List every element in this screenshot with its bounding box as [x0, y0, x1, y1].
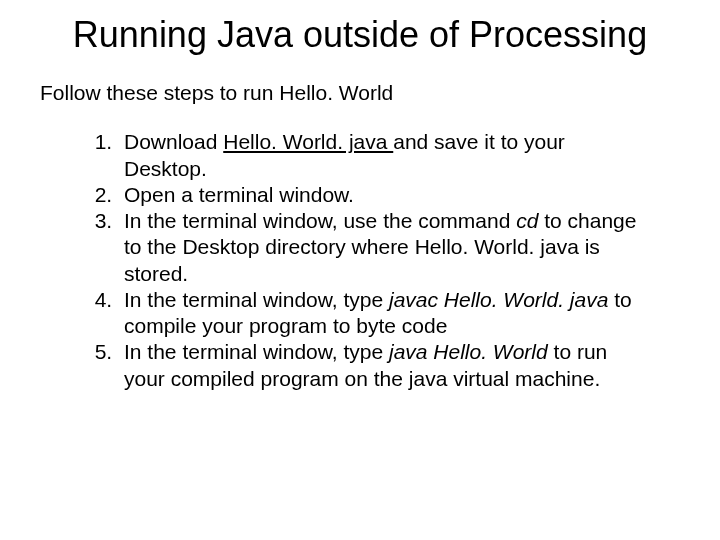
step-4: In the terminal window, type javac Hello… [118, 287, 650, 340]
step-3: In the terminal window, use the command … [118, 208, 650, 287]
step-5-text-a: In the terminal window, type [124, 340, 389, 363]
step-1-text-a: Download [124, 130, 223, 153]
step-5: In the terminal window, type java Hello.… [118, 339, 650, 392]
intro-text: Follow these steps to run Hello. World [40, 81, 680, 105]
download-link[interactable]: Hello. World. java [223, 130, 393, 153]
steps-list: Download Hello. World. java and save it … [90, 129, 680, 392]
slide: Running Java outside of Processing Follo… [0, 0, 720, 540]
step-3-text-a: In the terminal window, use the command [124, 209, 516, 232]
step-2: Open a terminal window. [118, 182, 650, 208]
step-5-cmd: java Hello. World [389, 340, 548, 363]
step-4-text-a: In the terminal window, type [124, 288, 389, 311]
slide-title: Running Java outside of Processing [40, 14, 680, 55]
step-1: Download Hello. World. java and save it … [118, 129, 650, 182]
step-4-cmd: javac Hello. World. java [389, 288, 608, 311]
step-3-cmd: cd [516, 209, 538, 232]
